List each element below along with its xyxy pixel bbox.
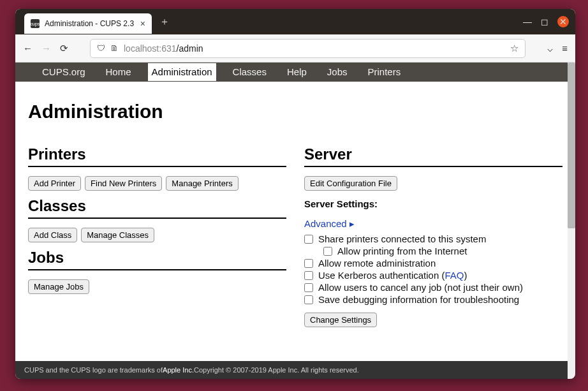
cancel-any-label: Allow users to cancel any job (not just … [318, 282, 523, 293]
back-icon[interactable]: ← [23, 43, 33, 54]
browser-window: cups Administration - CUPS 2.3 × ＋ — ◻ ✕… [15, 9, 575, 379]
share-label: Share printers connected to this system [318, 233, 486, 244]
left-column: Printers Add Printer Find New Printers M… [28, 139, 286, 331]
window-controls: — ◻ ✕ [523, 16, 569, 27]
tab-title: Administration - CUPS 2.3 [45, 19, 135, 28]
internet-label: Allow printing from the Internet [337, 246, 467, 256]
edit-config-button[interactable]: Edit Configuration File [304, 176, 397, 191]
nav-home[interactable]: Home [102, 63, 135, 81]
menu-icon[interactable]: ≡ [562, 43, 568, 54]
page-title: Administration [28, 101, 562, 122]
footer: CUPS and the CUPS logo are trademarks of… [15, 361, 575, 379]
nav-administration[interactable]: Administration [148, 63, 216, 81]
pocket-icon[interactable]: ⌵ [547, 43, 553, 54]
server-settings-label: Server Settings: [304, 198, 562, 209]
favicon-icon: cups [31, 19, 40, 28]
nav-help[interactable]: Help [283, 63, 311, 81]
server-heading: Server [304, 145, 562, 167]
titlebar: cups Administration - CUPS 2.3 × ＋ — ◻ ✕ [15, 9, 575, 34]
url-host: localhost [124, 43, 159, 54]
scrollbar-thumb[interactable] [568, 63, 575, 228]
url-text: localhost:631/admin [124, 43, 505, 54]
find-printers-button[interactable]: Find New Printers [85, 176, 162, 191]
manage-jobs-button[interactable]: Manage Jobs [28, 279, 89, 294]
kerberos-checkbox[interactable] [304, 271, 313, 280]
doc-icon: 🗎 [110, 43, 119, 53]
new-tab-button[interactable]: ＋ [159, 15, 170, 29]
remote-admin-label: Allow remote administration [318, 258, 436, 269]
bookmark-star-icon[interactable]: ☆ [510, 43, 518, 54]
remote-admin-checkbox[interactable] [304, 259, 313, 268]
browser-tab[interactable]: cups Administration - CUPS 2.3 × [24, 13, 152, 34]
page-body: Administration Printers Add Printer Find… [15, 82, 575, 361]
right-column: Server Edit Configuration File Server Se… [304, 139, 562, 331]
url-port: :631 [159, 43, 176, 54]
debug-checkbox[interactable] [304, 295, 313, 304]
cancel-any-checkbox[interactable] [304, 283, 313, 292]
two-columns: Printers Add Printer Find New Printers M… [28, 139, 562, 331]
cups-nav: CUPS.org Home Administration Classes Hel… [15, 63, 575, 82]
debug-label: Save debugging information for troublesh… [318, 294, 519, 305]
scrollbar[interactable] [568, 63, 575, 379]
reload-icon[interactable]: ⟳ [60, 43, 68, 54]
content-area: CUPS.org Home Administration Classes Hel… [15, 63, 575, 379]
advanced-link[interactable]: Advanced ▸ [304, 218, 355, 230]
add-class-button[interactable]: Add Class [28, 228, 77, 242]
share-checkbox[interactable] [304, 235, 313, 244]
jobs-heading: Jobs [28, 249, 286, 270]
nav-cups-org[interactable]: CUPS.org [38, 63, 89, 81]
kerberos-label: Use Kerberos authentication (FAQ) [318, 270, 467, 281]
classes-heading: Classes [28, 197, 286, 219]
footer-post: Copyright © 2007-2019 Apple Inc. All rig… [194, 366, 359, 374]
shield-icon[interactable]: 🛡 [97, 43, 105, 53]
url-path: /admin [177, 43, 203, 54]
faq-link[interactable]: FAQ [445, 270, 464, 281]
footer-apple-link[interactable]: Apple Inc. [163, 366, 194, 374]
nav-printers[interactable]: Printers [364, 63, 405, 81]
change-settings-button[interactable]: Change Settings [304, 313, 377, 327]
browser-toolbar: ← → ⟳ 🛡 🗎 localhost:631/admin ☆ ⌵ ≡ [15, 34, 575, 63]
footer-pre: CUPS and the CUPS logo are trademarks of [24, 366, 163, 374]
manage-classes-button[interactable]: Manage Classes [81, 228, 154, 242]
url-bar[interactable]: 🛡 🗎 localhost:631/admin ☆ [90, 39, 526, 58]
tab-close-icon[interactable]: × [140, 18, 145, 29]
printers-heading: Printers [28, 145, 286, 167]
add-printer-button[interactable]: Add Printer [28, 176, 81, 191]
minimize-icon[interactable]: — [523, 17, 532, 27]
maximize-icon[interactable]: ◻ [541, 17, 548, 27]
forward-icon: → [41, 43, 51, 54]
manage-printers-button[interactable]: Manage Printers [166, 176, 238, 191]
internet-checkbox[interactable] [323, 247, 332, 256]
close-window-icon[interactable]: ✕ [557, 16, 569, 27]
nav-classes[interactable]: Classes [229, 63, 270, 81]
nav-jobs[interactable]: Jobs [323, 63, 351, 81]
